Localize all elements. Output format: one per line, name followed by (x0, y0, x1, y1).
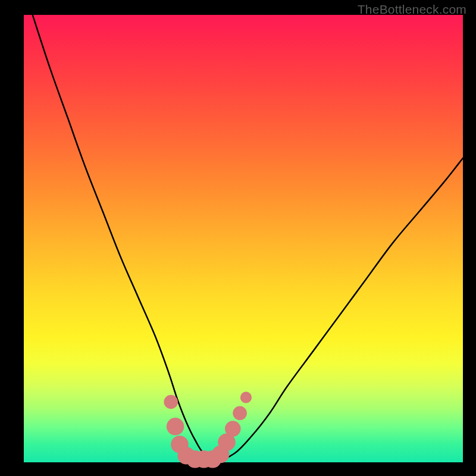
curve-markers (164, 392, 252, 468)
watermark-text: TheBottleneck.com (358, 2, 466, 17)
curve-marker (164, 395, 178, 409)
curve-marker (240, 392, 252, 403)
plot-area (24, 15, 463, 462)
curve-marker (167, 418, 184, 436)
curve-marker (225, 421, 241, 437)
curve-marker (233, 406, 247, 420)
chart-frame: TheBottleneck.com (0, 0, 476, 476)
bottleneck-curve-svg (24, 15, 463, 462)
